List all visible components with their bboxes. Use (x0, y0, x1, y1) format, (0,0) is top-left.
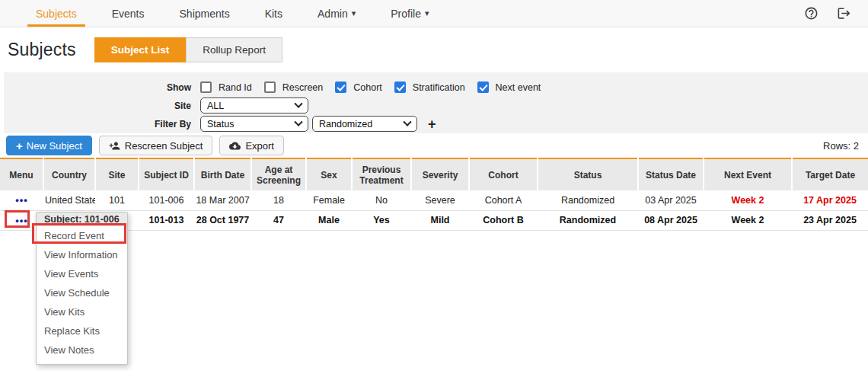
chevron-down-icon (403, 117, 411, 126)
nav-shipments[interactable]: Shipments (162, 0, 247, 27)
view-tabs: Subject List Rollup Report (94, 37, 282, 62)
checkbox-rand-id[interactable]: Rand Id (200, 82, 252, 93)
col-age-at-screening: Age at Screening (251, 158, 306, 190)
rescreen-subject-label: Rescreen Subject (125, 140, 203, 152)
filter-value-select[interactable]: Randomized (312, 116, 417, 132)
next-event-checkbox[interactable] (477, 82, 489, 93)
row2-status: Randomized (538, 210, 638, 230)
row1-age: 18 (251, 190, 306, 210)
rescreen-checkbox[interactable] (264, 82, 276, 93)
cohort-label: Cohort (353, 82, 382, 93)
filter-by-row: Filter By Status Randomized + (4, 116, 868, 132)
row1-birth-date: 18 Mar 2007 (194, 190, 251, 210)
menu-item-view-kits[interactable]: View Kits (37, 302, 127, 321)
col-severity: Severity (411, 158, 469, 190)
table-row: ••• United States 101 101-006 18 Mar 200… (0, 190, 868, 210)
stratification-checkbox[interactable] (394, 82, 406, 93)
row1-country: United States (43, 190, 95, 210)
nav-events[interactable]: Events (94, 0, 162, 27)
row2-target-date: 23 Apr 2025 (792, 210, 868, 230)
filter-field-select[interactable]: Status (200, 116, 308, 132)
site-label: Site (4, 101, 200, 111)
top-navigation: Subjects Events Shipments Kits Admin ▾ P… (0, 0, 868, 27)
rescreen-label: Rescreen (282, 82, 324, 93)
page-title: Subjects (8, 40, 76, 60)
app-window: Subjects Events Shipments Kits Admin ▾ P… (0, 0, 868, 374)
row1-menu-button[interactable]: ••• (15, 194, 28, 206)
action-bar: + New Subject Rescreen Subject Export Ro… (0, 133, 868, 158)
person-add-icon (109, 140, 120, 152)
row1-next-event: Week 2 (704, 190, 792, 210)
col-cohort: Cohort (469, 158, 538, 190)
menu-item-record-event[interactable]: Record Event (37, 226, 127, 245)
col-menu: Menu (0, 158, 43, 190)
table-header: Menu Country Site Subject ID Birth Date … (0, 158, 868, 190)
show-label: Show (4, 82, 200, 93)
context-menu-header: Subject: 101-006 (37, 213, 127, 226)
nav-profile-label: Profile (391, 8, 421, 20)
menu-item-replace-kits[interactable]: Replace Kits (37, 321, 127, 340)
row2-subject-id: 101-013 (139, 210, 194, 230)
filter-value-value: Randomized (319, 119, 398, 129)
menu-item-view-events[interactable]: View Events (37, 264, 127, 283)
subject-context-menu: Subject: 101-006 Record Event View Infor… (36, 212, 128, 365)
row1-target-date: 17 Apr 2025 (792, 190, 868, 210)
add-filter-button[interactable]: + (428, 117, 436, 131)
chevron-down-icon: ▾ (425, 8, 429, 18)
tab-subject-list[interactable]: Subject List (94, 37, 187, 62)
cohort-checkbox[interactable] (335, 82, 346, 93)
col-target-date: Target Date (792, 158, 868, 190)
menu-item-view-notes[interactable]: View Notes (37, 340, 127, 360)
export-label: Export (245, 140, 274, 152)
new-subject-button[interactable]: + New Subject (6, 136, 92, 155)
nav-admin[interactable]: Admin ▾ (300, 0, 373, 27)
filter-field-value: Status (207, 119, 289, 129)
col-country: Country (43, 158, 95, 190)
row2-severity: Mild (411, 210, 469, 230)
checkbox-stratification[interactable]: Stratification (394, 82, 465, 93)
col-sex: Sex (306, 158, 352, 190)
row2-age: 47 (251, 210, 306, 230)
col-status-date: Status Date (638, 158, 704, 190)
row2-next-event: Week 2 (704, 210, 792, 230)
col-previous-treatment: Previous Treatment (352, 158, 411, 190)
nav-profile[interactable]: Profile ▾ (373, 0, 446, 27)
checkbox-next-event[interactable]: Next event (477, 82, 541, 93)
row2-sex: Male (306, 210, 352, 230)
subjects-table: Menu Country Site Subject ID Birth Date … (0, 158, 868, 231)
row1-status: Randomized (538, 190, 638, 210)
nav-kits[interactable]: Kits (247, 0, 300, 27)
checkbox-cohort[interactable]: Cohort (335, 82, 382, 93)
nav-right-icons (804, 0, 868, 27)
tab-rollup-report[interactable]: Rollup Report (186, 37, 282, 62)
row1-site: 101 (95, 190, 139, 210)
row1-cohort: Cohort A (469, 190, 538, 210)
help-icon[interactable] (804, 6, 819, 21)
stratification-label: Stratification (413, 82, 465, 93)
logout-icon[interactable] (837, 6, 851, 21)
rescreen-subject-button[interactable]: Rescreen Subject (99, 136, 213, 155)
nav-subjects[interactable]: Subjects (18, 0, 94, 27)
row2-status-date: 08 Apr 2025 (638, 210, 704, 230)
row2-menu-button[interactable]: ••• (15, 215, 28, 226)
row2-cohort: Cohort B (469, 210, 538, 230)
row1-subject-id: 101-006 (139, 190, 194, 210)
site-select-value: ALL (207, 101, 289, 111)
rows-count: Rows: 2 (823, 140, 862, 152)
menu-item-view-information[interactable]: View Information (37, 245, 127, 264)
filter-by-label: Filter By (4, 119, 200, 129)
col-site: Site (95, 158, 139, 190)
site-select[interactable]: ALL (200, 97, 308, 113)
next-event-label: Next event (496, 82, 541, 93)
row2-birth-date: 28 Oct 1977 (194, 210, 251, 230)
menu-item-view-schedule[interactable]: View Schedule (37, 283, 127, 302)
row1-sex: Female (306, 190, 352, 210)
chevron-down-icon: ▾ (352, 8, 356, 18)
rand-id-label: Rand Id (219, 82, 252, 93)
plus-icon: + (16, 139, 23, 152)
filter-panel: Show Rand Id Rescreen Cohort Stratificat… (4, 72, 868, 133)
export-button[interactable]: Export (219, 136, 284, 155)
rand-id-checkbox[interactable] (200, 82, 212, 93)
col-next-event: Next Event (704, 158, 792, 190)
checkbox-rescreen[interactable]: Rescreen (264, 82, 324, 93)
